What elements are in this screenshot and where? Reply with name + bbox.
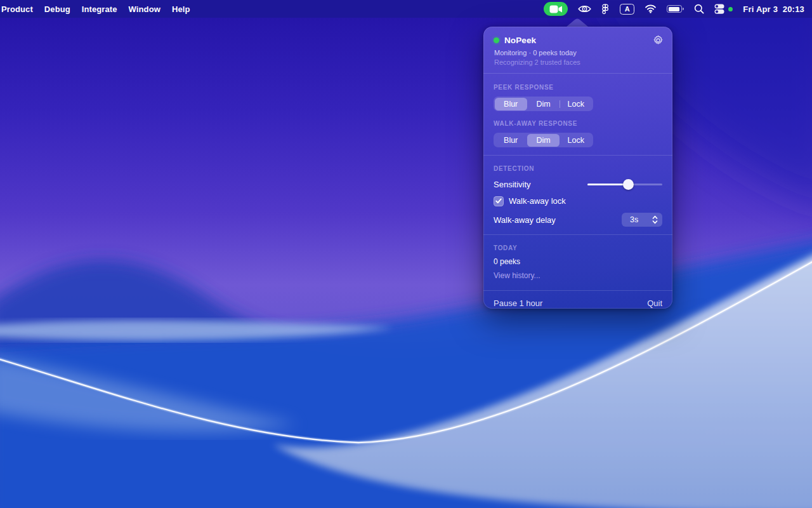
trusted-faces-status: Recognizing 2 trusted faces — [494, 58, 664, 66]
peek-response-control: Blur Dim Lock — [494, 97, 593, 111]
walk-away-delay-value: 3s — [630, 215, 638, 224]
peek-dim-segment[interactable]: Dim — [527, 98, 560, 110]
toggle-switches-icon — [714, 4, 724, 14]
figma-icon — [601, 4, 610, 15]
sensitivity-slider[interactable] — [587, 178, 662, 190]
eye-icon — [578, 4, 591, 14]
menu-window[interactable]: Window — [123, 0, 166, 18]
sensitivity-slider-fill — [587, 184, 629, 186]
peek-count: 0 peeks — [494, 257, 662, 266]
battery-indicator[interactable] — [667, 5, 684, 13]
toggles-menubar-item[interactable] — [714, 4, 733, 14]
walk-lock-segment[interactable]: Lock — [560, 134, 592, 147]
input-source-indicator[interactable]: A — [620, 4, 634, 15]
battery-cap — [683, 8, 684, 10]
popover-footer: Pause 1 hour Quit — [483, 291, 672, 315]
walk-blur-segment[interactable]: Blur — [495, 134, 527, 147]
app-menus: Product Debug Integrate Window Help — [0, 0, 195, 18]
today-label: TODAY — [494, 244, 662, 251]
peek-lock-segment[interactable]: Lock — [560, 98, 592, 110]
wifi-menubar-item[interactable] — [645, 4, 657, 13]
detection-label: DETECTION — [494, 165, 662, 172]
camera-active-indicator[interactable] — [544, 2, 568, 16]
monitoring-status: Monitoring · 0 peeks today — [494, 49, 664, 57]
monitoring-active-dot — [494, 37, 499, 43]
spotlight-menubar-item[interactable] — [694, 4, 704, 14]
popover-arrow — [566, 18, 588, 27]
today-section: TODAY 0 peeks View history... — [483, 235, 672, 290]
menubar-clock[interactable]: Fri Apr 3 20:13 — [743, 4, 804, 14]
walk-dim-segment[interactable]: Dim — [527, 134, 560, 147]
battery-icon — [667, 5, 682, 13]
wifi-icon — [645, 4, 657, 13]
walk-away-lock-label: Walk-away lock — [509, 196, 566, 206]
gear-icon — [653, 35, 664, 46]
walk-away-response-control: Blur Dim Lock — [494, 133, 593, 147]
sensitivity-label: Sensitivity — [494, 180, 531, 189]
settings-button[interactable] — [653, 35, 664, 46]
pause-button[interactable]: Pause 1 hour — [494, 298, 542, 308]
search-icon — [694, 4, 704, 14]
walk-away-lock-checkbox[interactable] — [494, 196, 504, 206]
status-items: A — [544, 0, 812, 18]
nopeek-menubar-item[interactable] — [578, 4, 591, 14]
video-camera-icon — [549, 5, 563, 13]
nopeek-popover: NoPeek Monitoring · 0 peeks today Recogn… — [483, 27, 672, 309]
detection-section: DETECTION Sensitivity Walk-away lock Wal… — [483, 156, 672, 234]
response-section: PEEK RESPONSE Blur Dim Lock WALK-AWAY RE… — [483, 74, 672, 155]
menu-product[interactable]: Product — [0, 0, 39, 18]
menu-debug[interactable]: Debug — [39, 0, 76, 18]
desktop-wallpaper — [0, 0, 812, 508]
walk-away-response-label: WALK-AWAY RESPONSE — [494, 120, 662, 127]
menu-integrate[interactable]: Integrate — [76, 0, 123, 18]
checkmark-icon — [495, 198, 502, 204]
peek-blur-segment[interactable]: Blur — [495, 98, 527, 110]
figma-menubar-item[interactable] — [601, 4, 610, 15]
app-title: NoPeek — [504, 36, 536, 45]
menu-help[interactable]: Help — [166, 0, 196, 18]
quit-button[interactable]: Quit — [647, 298, 662, 308]
view-history-link[interactable]: View history... — [494, 271, 662, 280]
stepper-chevrons-icon — [652, 215, 658, 224]
input-source-letter: A — [625, 5, 630, 13]
menu-bar: Product Debug Integrate Window Help — [0, 0, 812, 18]
walk-away-delay-label: Walk-away delay — [494, 215, 556, 225]
green-status-dot — [728, 7, 733, 11]
popover-header: NoPeek Monitoring · 0 peeks today Recogn… — [483, 27, 672, 73]
walk-away-delay-select[interactable]: 3s — [622, 213, 662, 227]
peek-response-label: PEEK RESPONSE — [494, 84, 662, 91]
sensitivity-slider-knob[interactable] — [623, 179, 634, 190]
